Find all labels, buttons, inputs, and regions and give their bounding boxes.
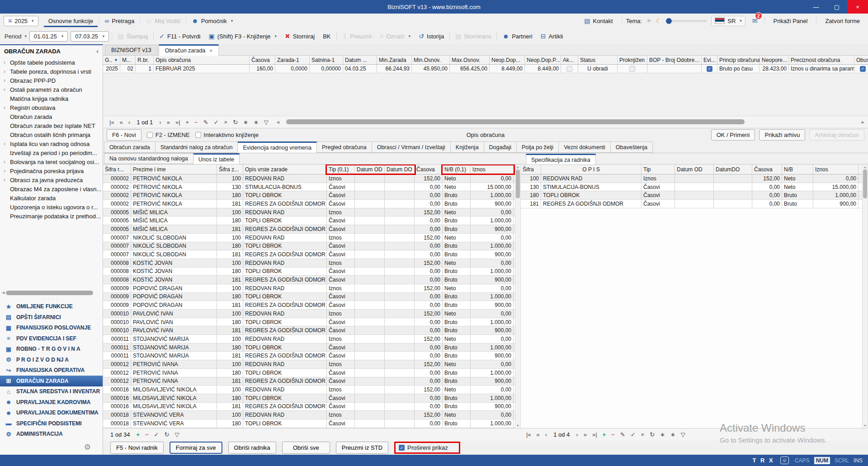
table-row[interactable]: 000005MIŠIĆ MILICA180TOPLI OBROKČasovi0,… xyxy=(103,217,515,225)
module-pdv-evidencija-i-sef[interactable]: ≡PDV EVIDENCIJA I SEF xyxy=(0,333,103,344)
f2-izmene-checkbox[interactable]: F2 - IZMENE xyxy=(147,132,190,138)
table-row[interactable]: 000002PETROVIĆ NIKOLA180TOPLI OBROKČasov… xyxy=(103,191,515,200)
table-row[interactable]: 000009POPOVIĆ DRAGAN100REDOVAN RADIznos1… xyxy=(103,284,515,293)
tree-item[interactable]: ›Pojedinačna poreska prijava xyxy=(0,166,103,175)
table-row[interactable]: 000010PAVLOVIĆ IVAN180TOPLI OBROKČasovi0… xyxy=(103,318,515,327)
column-header[interactable]: Časova xyxy=(752,165,782,174)
column-header[interactable]: Datum ... xyxy=(343,56,377,64)
module-administracija[interactable]: ⚙ADMINISTRACIJA xyxy=(0,429,103,440)
last-record-button[interactable]: »| xyxy=(173,119,183,125)
column-header[interactable]: Prezime i ime xyxy=(131,165,217,174)
scrollbar-thumb[interactable] xyxy=(516,169,520,198)
ok-primeni-button[interactable]: OK / Primeni xyxy=(711,129,755,141)
goto-bookmark-button[interactable]: ∗ xyxy=(668,432,678,438)
prior-record-button[interactable]: ‹ xyxy=(126,119,133,125)
module-specifični-podsistemi[interactable]: ▬SPECIFIČNI PODSISTEMI xyxy=(0,418,103,429)
column-header[interactable]: Ak... xyxy=(561,56,578,64)
maximize-button[interactable]: ▢ xyxy=(826,0,847,14)
artikli-button[interactable]: ⊟ Artikli xyxy=(538,31,566,42)
edit-record-button[interactable]: ✎ xyxy=(201,119,211,125)
last-record-button[interactable]: »| xyxy=(590,432,600,438)
module-stalna-sredstva-i-inventar[interactable]: ⌂STALNA SREDSTVA I INVENTAR xyxy=(0,386,103,397)
scroll-down-icon[interactable]: ▼ xyxy=(863,424,867,427)
cancel-edit-button[interactable]: × xyxy=(222,119,231,125)
column-header[interactable]: Datum DO xyxy=(385,165,415,174)
f11-potvrdi-button[interactable]: ✓ F11 - Potvrdi xyxy=(156,31,203,42)
expand-icon[interactable]: › xyxy=(4,141,10,147)
tree-item[interactable]: ›Isplata licu van radnog odnosa xyxy=(0,139,103,148)
gear-icon[interactable]: ⚙ xyxy=(84,442,91,452)
module-robno-t-r-g-o-v-i-n-a[interactable]: ▣ROBNO - T R G O V I N A xyxy=(0,344,103,355)
column-header[interactable]: Časova xyxy=(415,165,443,174)
doc-tab-obra-un-zarada[interactable]: Obračun zarada× xyxy=(159,44,219,56)
tree-item[interactable]: Matična knjiga radnika xyxy=(0,94,103,103)
table-row[interactable]: 100REDOVAN RADIznos152,00Neto0,00 xyxy=(521,174,862,183)
prosireni-prikaz-checkbox[interactable]: ✓ Prošireni prikaz xyxy=(399,444,448,451)
tab-specifikacija-za-radnika[interactable]: Specifikacija za radnika xyxy=(526,154,596,165)
column-header[interactable]: Datum OD xyxy=(675,165,714,174)
goto-bookmark-button[interactable]: ∗ xyxy=(251,119,261,125)
theme-slider[interactable] xyxy=(665,20,707,22)
column-header[interactable]: Šifra r... xyxy=(103,165,131,174)
close-button[interactable]: × xyxy=(847,0,868,14)
tree-item[interactable]: Upozorenja o isteku ugovora o r... xyxy=(0,202,103,212)
partneri-button[interactable]: ☻ Partneri xyxy=(500,31,535,42)
doc-tab-biznisoft-v13[interactable]: BIZNISOFT v13 xyxy=(105,45,158,55)
storniraj-button[interactable]: ✖ Storniraj xyxy=(282,31,317,42)
column-header[interactable]: Obusta... xyxy=(854,56,868,64)
tree-item[interactable]: ›Opšte tabele podsistema xyxy=(0,58,103,67)
next-record-button[interactable]: › xyxy=(156,119,164,125)
column-header[interactable]: Časova xyxy=(250,56,275,64)
menu-pomocnik[interactable]: ☻ Pomoćnik ▾ xyxy=(187,15,237,27)
scroll-up-icon[interactable]: ▲ xyxy=(516,165,519,169)
refresh-button[interactable]: ↻ xyxy=(161,432,172,438)
table-row[interactable]: 000008KOSTIĆ JOVAN100REDOVAN RADIznos152… xyxy=(103,259,515,268)
table-row[interactable]: 000012PETROVIĆ IVANA100REDOVAN RADIznos1… xyxy=(103,360,515,369)
stornirano-button[interactable]: ▤ Stornirano xyxy=(453,31,494,42)
module-p-r-o-i-z-v-o-d-nj-a[interactable]: ⚙P R O I Z V O D NJ A xyxy=(0,354,103,365)
expand-icon[interactable]: › xyxy=(4,104,10,111)
column-header[interactable]: Proknjižen xyxy=(618,56,647,64)
tree-item[interactable]: ›Registri obustava xyxy=(0,103,103,112)
table-row[interactable]: 000016MILOSAVLJEVIĆ NIKOLA100REDOVAN RAD… xyxy=(103,386,515,394)
menu-pretraga[interactable]: ∞ Pretraga xyxy=(100,15,139,27)
column-header[interactable]: Opis obračuna xyxy=(154,56,250,64)
column-header[interactable]: Max.Osnov. xyxy=(450,56,490,64)
tree-item[interactable]: Obračun zarada xyxy=(0,112,103,121)
sun-icon[interactable]: ☀ xyxy=(646,18,652,24)
column-header[interactable]: M... xyxy=(120,56,136,64)
prikazi-arhivu-button[interactable]: Prikaži arhivu xyxy=(759,129,805,141)
preuzmi-iz-std-button[interactable]: Preuzmi iz STD xyxy=(336,442,388,454)
edit-record-button[interactable]: ✎ xyxy=(618,432,628,438)
expand-icon[interactable]: › xyxy=(4,159,10,165)
insert-record-button[interactable]: + xyxy=(600,432,609,438)
column-header[interactable]: Status xyxy=(578,56,618,64)
scrollbar-thumb[interactable] xyxy=(286,119,745,124)
table-row[interactable]: 2025021FEBRUAR 2025160,000,00000,0000004… xyxy=(103,65,868,73)
table-row[interactable]: 000005MIŠIĆ MILICA100REDOVAN RADIznos152… xyxy=(103,208,515,217)
istorija-button[interactable]: ↺ Istorija xyxy=(416,31,447,42)
delete-record-button[interactable]: − xyxy=(609,432,618,438)
table-row[interactable]: 000011STOJANOVIĆ MARIJA100REDOVAN RADIzn… xyxy=(103,335,515,344)
filter-icon[interactable]: ▽ xyxy=(172,432,182,438)
post-record-button[interactable]: ✓ xyxy=(151,432,162,438)
table-row[interactable]: 000018STEVANOVIĆ VERA100REDOVAN RADIznos… xyxy=(103,411,515,419)
filter-icon[interactable]: ▽ xyxy=(678,432,688,438)
expand-icon[interactable]: › xyxy=(4,177,10,183)
table-row[interactable]: 000002PETROVIĆ NIKOLA130STIMULACIJA-BONU… xyxy=(103,183,515,192)
prior-page-button[interactable]: « xyxy=(117,119,126,125)
tree-item[interactable]: ›Obrazac PPP-PD xyxy=(0,76,103,85)
column-header[interactable]: Neopore... xyxy=(760,56,789,64)
first-record-button[interactable]: |« xyxy=(107,119,117,125)
column-header[interactable]: O P I S xyxy=(541,165,642,174)
spec-vertical-scrollbar[interactable]: ▲ ▼ xyxy=(862,165,868,428)
tab-na-osnovu-standardnog-naloga[interactable]: Na osnovu standardnog naloga xyxy=(104,153,193,164)
prikazi-panel-button[interactable]: Prikaži Panel xyxy=(769,15,812,27)
table-row[interactable]: 000008KOSTIĆ JOVAN181REGRES ZA GODIŠNJI … xyxy=(103,276,515,284)
f5-novi-radnik-button[interactable]: F5 - Novi radnik xyxy=(110,442,164,454)
tree-item[interactable]: Obračun zarade bez isplate NET xyxy=(0,121,103,130)
moon-icon[interactable]: ☾ xyxy=(656,18,662,24)
table-row[interactable]: 181REGRES ZA GODIŠNJI ODMORČasovi0,00Bru… xyxy=(521,200,862,208)
column-header[interactable]: N/B (0,1) xyxy=(443,165,471,174)
tab-događaji[interactable]: Događaji xyxy=(484,141,517,153)
